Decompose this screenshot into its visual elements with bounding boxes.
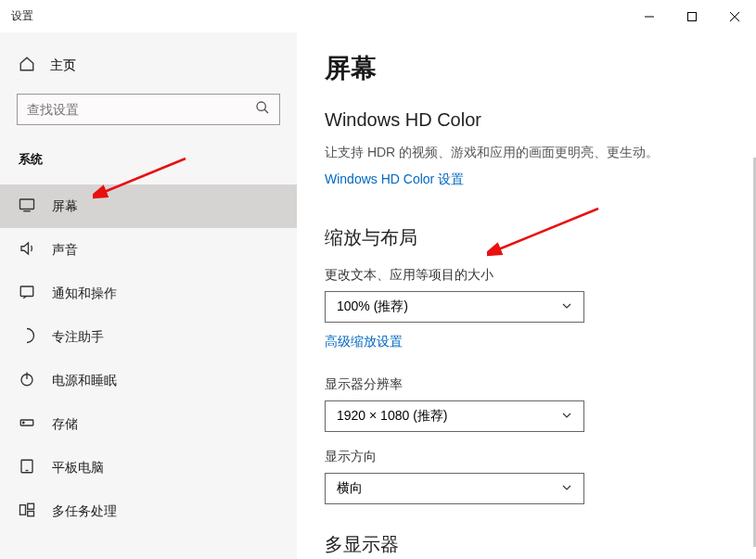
sidebar-item-notifications[interactable]: 通知和操作 [0,272,297,315]
svg-point-12 [23,422,25,424]
orientation-dropdown[interactable]: 横向 [325,473,584,504]
close-button[interactable] [713,2,756,32]
sidebar-item-label: 通知和操作 [52,286,117,302]
sidebar-item-multitask[interactable]: 多任务处理 [0,489,297,533]
sidebar-item-label: 屏幕 [52,198,78,215]
sidebar-item-sound[interactable]: 声音 [0,228,297,272]
chevron-down-icon [561,299,572,314]
resolution-dropdown[interactable]: 1920 × 1080 (推荐) [325,400,584,432]
scale-label: 更改文本、应用等项目的大小 [325,267,728,284]
sidebar-item-label: 电源和睡眠 [52,373,117,389]
search-icon [255,100,270,119]
maximize-button[interactable] [671,2,713,32]
svg-rect-1 [688,12,697,20]
display-icon [19,197,35,216]
sound-icon [19,240,35,260]
scale-heading: 缩放与布局 [325,225,728,250]
svg-rect-6 [20,199,34,210]
orientation-label: 显示方向 [325,449,728,465]
sidebar-item-label: 多任务处理 [52,503,117,520]
svg-line-5 [264,109,268,113]
chevron-down-icon [561,409,572,424]
sidebar-item-label: 声音 [52,242,78,259]
minimize-button[interactable] [628,2,671,32]
advanced-scale-link[interactable]: 高级缩放设置 [325,334,403,350]
chevron-down-icon [561,481,572,496]
home-button[interactable]: 主页 [0,46,297,84]
svg-rect-15 [20,505,26,515]
hdcolor-desc: 让支持 HDR 的视频、游戏和应用的画面更明亮、更生动。 [325,145,728,161]
sidebar-item-label: 存储 [52,416,78,433]
svg-rect-17 [28,512,34,516]
scale-value: 100% (推荐) [337,299,408,315]
section-header: 系统 [0,144,297,184]
svg-rect-8 [20,286,33,297]
orientation-value: 横向 [337,480,363,497]
notifications-icon [19,284,35,303]
resolution-label: 显示器分辨率 [325,376,728,393]
hdcolor-link[interactable]: Windows HD Color 设置 [325,172,464,188]
sidebar-item-storage[interactable]: 存储 [0,402,297,446]
sidebar-item-label: 平板电脑 [52,460,104,476]
hdcolor-heading: Windows HD Color [325,109,728,131]
window-title: 设置 [11,8,33,24]
sidebar-item-power[interactable]: 电源和睡眠 [0,359,297,402]
home-label: 主页 [50,57,76,74]
home-icon [19,56,35,75]
multimonitor-heading: 多显示器 [325,532,728,557]
multitask-icon [19,502,35,521]
svg-point-4 [257,102,265,110]
storage-icon [19,414,35,434]
search-input[interactable] [17,94,280,125]
sidebar-item-focus[interactable]: 专注助手 [0,315,297,359]
sidebar-item-label: 专注助手 [52,329,104,346]
focus-icon [19,327,35,347]
svg-rect-16 [28,503,34,509]
sidebar-item-tablet[interactable]: 平板电脑 [0,446,297,489]
tablet-icon [19,458,35,477]
power-icon [19,371,35,390]
scale-dropdown[interactable]: 100% (推荐) [325,291,584,323]
sidebar-item-display[interactable]: 屏幕 [0,184,297,228]
page-title: 屏幕 [325,51,728,86]
resolution-value: 1920 × 1080 (推荐) [337,408,447,425]
